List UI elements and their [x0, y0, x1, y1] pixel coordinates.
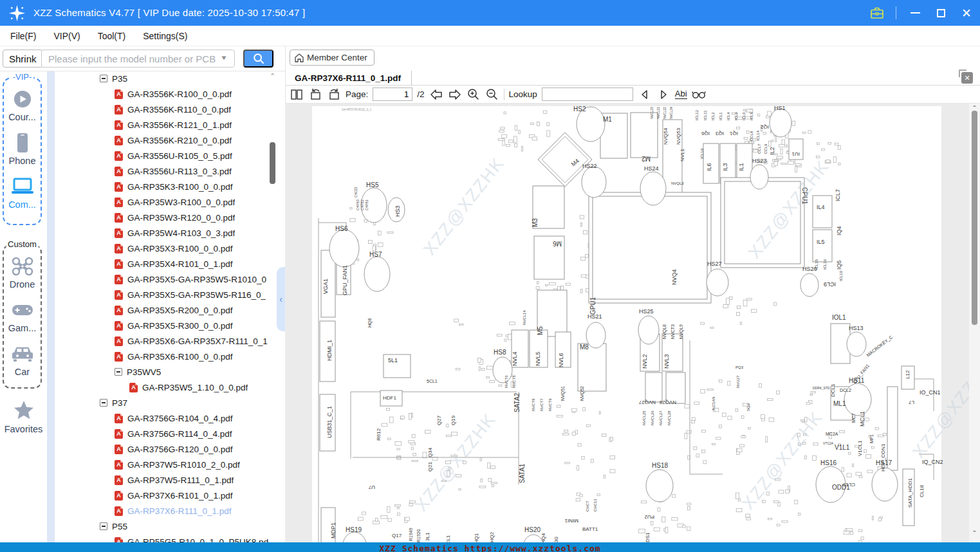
tree-folder[interactable]: P35	[55, 71, 268, 86]
tree-item-label: GA-R3756G-R104_0_4.pdf	[127, 414, 233, 423]
sidebar-item-courses[interactable]: Cour...	[4, 87, 41, 122]
tree-item[interactable]: AGA-RP35W5_1.10_0_0.pdf	[55, 380, 268, 395]
tree-item[interactable]: AGA-RP35X5-R300_0_0.pdf	[55, 318, 268, 333]
svg-text:NVQL9: NVQL9	[679, 324, 684, 339]
tree-folder[interactable]: P55	[55, 519, 268, 534]
tree-item[interactable]: AGA-RP35X6-GA-RP35X7-R111_0_1	[55, 333, 268, 349]
tree-item[interactable]: AGA-R3756G-R104_0_4.pdf	[55, 410, 268, 426]
tree-item[interactable]: AGA-RP35X5-R200_0_0.pdf	[55, 302, 268, 318]
briefcase-icon[interactable]	[870, 6, 884, 20]
tree-item[interactable]: AGA-RP37W5-R111_0_1.pdf	[55, 472, 268, 488]
model-search-input[interactable]	[41, 50, 235, 68]
tab-open-pdf[interactable]: GA-RP37X6-R111_0_1.pdf	[295, 71, 412, 86]
minimize-button[interactable]	[908, 6, 922, 20]
viewer-scrollbar-thumb[interactable]	[972, 111, 977, 325]
svg-text:U7: U7	[368, 484, 375, 490]
previous-result-icon[interactable]	[638, 87, 652, 102]
menu-item-settings[interactable]: Settings(S)	[143, 31, 187, 41]
svg-text:NVCT8: NVCT8	[532, 398, 535, 411]
tab-bar: GA-RP37X6-R111_0_1.pdf ✕	[286, 71, 980, 86]
two-page-view-icon[interactable]	[290, 87, 304, 102]
panel-collapse-handle[interactable]: ‹	[277, 267, 285, 331]
tree-item[interactable]: AGA-RP37X6-R111_0_1.pdf	[55, 503, 268, 519]
menu-item-file[interactable]: File(F)	[10, 31, 36, 41]
sidebar-item-label: Car	[4, 367, 41, 377]
svg-text:HS22: HS22	[582, 163, 597, 169]
svg-text:DS1: DS1	[645, 532, 651, 542]
svg-text:JUZ1AN: JUZ1AN	[712, 396, 716, 411]
tree-item-label: GA-RP35X3-R100_0_0.pdf	[127, 244, 233, 253]
lookup-input[interactable]	[542, 87, 633, 101]
maximize-button[interactable]	[934, 6, 948, 20]
svg-text:CHC7: CHC7	[586, 501, 589, 511]
tree-item[interactable]: AGA-RP35K3-R100_0_0.pdf	[55, 179, 268, 194]
tree-item[interactable]: AGA-RP35W3-R120_0_0.pdf	[55, 210, 268, 225]
close-button[interactable]: ✕	[959, 6, 974, 20]
menu-item-vip[interactable]: VIP(V)	[53, 31, 80, 41]
previous-page-icon[interactable]	[429, 87, 443, 102]
tree-item[interactable]: AGA-R3556K-R210_0_0.pdf	[55, 133, 268, 148]
tree-folder[interactable]: P35WV5	[55, 364, 268, 380]
sidebar-item-label: Phone	[4, 156, 41, 166]
sidebar-item-car[interactable]: Car	[4, 342, 41, 377]
titlebar-divider	[896, 6, 896, 19]
page-number-input[interactable]	[373, 87, 412, 101]
svg-text:DCL1: DCL1	[830, 383, 836, 397]
tree-item[interactable]: AGA-RP35W4-R103_0_3.pdf	[55, 225, 268, 241]
sidebar-item-drone[interactable]: Drone	[4, 254, 41, 290]
scroll-down-icon[interactable]: ⌄	[969, 526, 980, 533]
shrink-button[interactable]: Shrink	[3, 50, 43, 68]
tree-item[interactable]: AGA-RP55G5-R10_0_1_0_P5UK8.pdf	[55, 534, 268, 542]
match-case-option[interactable]: Abi	[675, 89, 687, 99]
search-button[interactable]	[243, 50, 273, 68]
svg-text:NVQ28: NVQ28	[659, 400, 676, 405]
tree-scroll-up-icon[interactable]: ⌃	[270, 72, 275, 80]
tree-item[interactable]: AGA-R3556K-R121_0_1.pdf	[55, 117, 268, 133]
rotate-right-icon[interactable]	[327, 87, 341, 102]
sidebar-item-game[interactable]: Gam...	[4, 298, 41, 333]
tree-item[interactable]: AGA-R3556K-R100_0_0.pdf	[55, 86, 268, 102]
tree-item[interactable]: AGA-RP35W3-R100_0_0.pdf	[55, 194, 268, 210]
svg-text:GPU_FAN1: GPU_FAN1	[342, 265, 348, 295]
tree-item[interactable]: AGA-R3556U-R105_0_5.pdf	[55, 148, 268, 163]
collapse-folder-icon[interactable]	[100, 75, 107, 82]
sidebar-item-computer[interactable]: Com...	[4, 174, 41, 210]
close-all-tabs-icon[interactable]: ✕	[961, 72, 973, 84]
tree-item[interactable]: AGA-RP35X5-GA-RP35W5-R116_0_	[55, 287, 268, 302]
tree-item[interactable]: AGA-RP35X3-R100_0_0.pdf	[55, 241, 268, 256]
collapse-folder-icon[interactable]	[100, 522, 107, 530]
viewer-scrollbar[interactable]: ⌃ ⌄	[969, 104, 980, 542]
schematic-canvas[interactable]: GA-RP37X6-R111_0_1HS2M1M2M4HS22HS24NVCL2…	[285, 104, 980, 542]
svg-text:SQ2: SQ2	[746, 403, 750, 411]
svg-text:NVCL25: NVCL25	[642, 410, 646, 425]
reading-glasses-icon[interactable]	[692, 87, 706, 102]
zoom-out-icon[interactable]	[485, 87, 499, 102]
chevron-down-icon[interactable]: ▼	[220, 54, 228, 61]
next-page-icon[interactable]	[448, 87, 462, 102]
collapse-folder-icon[interactable]	[115, 368, 122, 376]
zoom-in-icon[interactable]	[467, 87, 481, 102]
menu-item-tool[interactable]: Tool(T)	[98, 31, 126, 41]
rotate-left-icon[interactable]	[308, 87, 322, 102]
svg-text:NVCL27: NVCL27	[659, 410, 663, 425]
tree-item[interactable]: AGA-RP35X5-GA-RP35W5-R1010_0	[55, 271, 268, 287]
tree-item[interactable]: AGA-RP35X4-R101_0_1.pdf	[55, 256, 268, 271]
svg-text:HS20: HS20	[524, 526, 541, 533]
collapse-folder-icon[interactable]	[100, 399, 107, 407]
tree-folder[interactable]: P37	[55, 395, 268, 410]
tree-item[interactable]: AGA-RP35X6-R100_0_0.pdf	[55, 349, 268, 364]
window-title: XZZ Schematics V4.77 [ VIP Due date: 202…	[33, 0, 305, 26]
tree-scrollbar-thumb[interactable]	[270, 142, 275, 184]
tree-item[interactable]: AGA-R3756G-R114_0_4.pdf	[55, 426, 268, 441]
member-center-button[interactable]: Member Center	[290, 50, 374, 66]
vip-group: -VIP- Cour...PhoneCom...	[3, 77, 42, 225]
next-result-icon[interactable]	[656, 87, 670, 102]
tree-item[interactable]: AGA-RP37W5-R1010_2_0.pdf	[55, 457, 268, 472]
tree-item[interactable]: AGA-R3556K-R110_0_0.pdf	[55, 102, 268, 117]
svg-text:HS7: HS7	[369, 251, 382, 258]
tree-item[interactable]: AGA-R3556U-R113_0_3.pdf	[55, 163, 268, 179]
tree-item[interactable]: AGA-R3756G-R120_0_0.pdf	[55, 441, 268, 457]
sidebar-item-favorites[interactable]: Favorites	[0, 400, 47, 434]
tree-item[interactable]: AGA-RP37X6-R101_0_1.pdf	[55, 488, 268, 503]
sidebar-item-phone[interactable]: Phone	[4, 131, 41, 166]
